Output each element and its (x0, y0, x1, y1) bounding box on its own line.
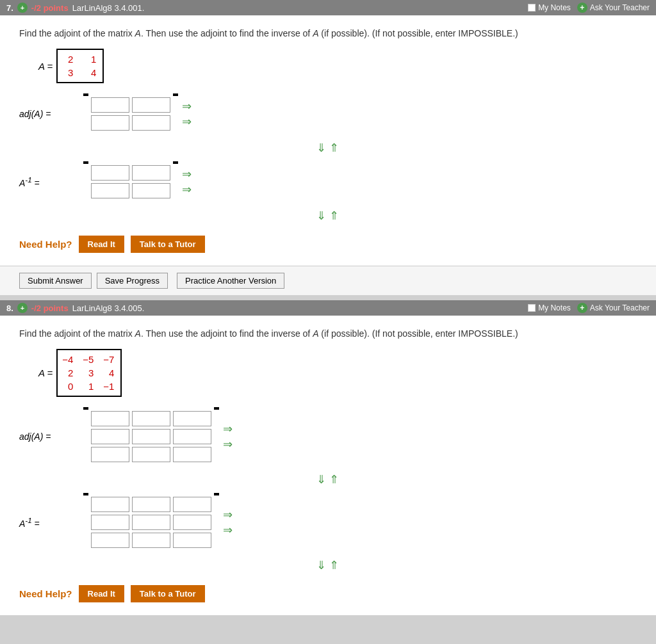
problem-text-8: Find the adjoint of the matrix A. Then u… (19, 328, 637, 339)
adj-input-11-7[interactable] (132, 115, 170, 131)
points-badge: + (17, 3, 28, 13)
adj-bracket-right-8 (214, 407, 219, 410)
adj-label-7: adj(A) = (19, 109, 77, 119)
practice-button-7[interactable]: Practice Another Version (177, 273, 284, 289)
read-it-button-8[interactable]: Read It (79, 585, 124, 602)
question-8: 8. + -/2 points LarLinAlg8 3.4.005. My N… (0, 300, 656, 615)
inv-label-8: A-1 = (19, 516, 77, 529)
adj-input-01-7[interactable] (132, 97, 170, 113)
inv-row-1-7 (91, 183, 170, 198)
points-badge-8: + (17, 303, 28, 313)
adj-input-22-8[interactable] (173, 447, 211, 462)
inv-input-22-8[interactable] (173, 533, 211, 548)
m12-8: 4 (101, 367, 114, 378)
points-text-8: -/2 points (31, 303, 69, 313)
ask-teacher-button[interactable]: + Ask Your Teacher (577, 3, 650, 13)
adj-input-grid-8 (88, 407, 214, 466)
inv-arrows-7: ⇒ ⇒ (182, 168, 192, 195)
question-7-header: 7. + -/2 points LarLinAlg8 3.4.001. My N… (0, 0, 656, 15)
adj-bracket-left-7 (83, 93, 88, 96)
inv-input-10-8[interactable] (91, 515, 129, 530)
inv-row-0-7 (91, 165, 170, 181)
inv-section-7: A-1 = ⇒ ⇒ (19, 161, 637, 202)
inv-input-11-8[interactable] (132, 515, 170, 530)
adj-input-20-8[interactable] (91, 447, 129, 462)
adj-updown-8: ⇓ ⇑ (19, 472, 637, 487)
matrix-a-combined-8: −4 −5 −7 2 3 4 0 1 −1 (56, 349, 122, 397)
adj-arrow-right-2-7[interactable]: ⇒ (182, 116, 192, 127)
m21-8: 1 (81, 381, 94, 392)
adj-input-01-8[interactable] (132, 411, 170, 426)
inv-input-11-7[interactable] (132, 183, 170, 198)
talk-tutor-button-8[interactable]: Talk to a Tutor (131, 585, 205, 602)
adj-input-wrap-8: ⇒ ⇒ (83, 407, 233, 466)
inv-label-7: A-1 = (19, 175, 77, 188)
question-7-body: Find the adjoint of the matrix A. Then u… (0, 15, 656, 266)
inv-arrow-right-1-7[interactable]: ⇒ (182, 168, 192, 180)
header-left: 7. + -/2 points LarLinAlg8 3.4.001. (6, 3, 144, 13)
adj-row-0-8 (91, 411, 211, 426)
plus-icon: + (577, 3, 587, 13)
inv-input-02-8[interactable] (173, 497, 211, 512)
read-it-button-7[interactable]: Read It (79, 236, 124, 253)
need-help-7: Need Help? Read It Talk to a Tutor (19, 236, 637, 253)
inv-arrow-right-2-7[interactable]: ⇒ (182, 184, 192, 195)
inv-input-00-8[interactable] (91, 497, 129, 512)
adj-input-21-8[interactable] (132, 447, 170, 462)
inv-input-10-7[interactable] (91, 183, 129, 198)
adj-input-10-8[interactable] (91, 429, 129, 444)
adj-row-1-8 (91, 429, 211, 444)
points-text: -/2 points (31, 3, 69, 13)
adj-arrow-right-1-8[interactable]: ⇒ (223, 423, 233, 435)
plus-icon-8: + (577, 303, 587, 313)
inv-input-21-8[interactable] (132, 533, 170, 548)
adj-input-10-7[interactable] (91, 115, 129, 131)
need-help-label-7: Need Help? (19, 239, 72, 250)
adj-input-00-7[interactable] (91, 97, 129, 113)
adj-arrow-right-1-7[interactable]: ⇒ (182, 101, 192, 112)
notes-checkbox-8[interactable] (528, 304, 536, 312)
adj-input-grid-7 (88, 93, 173, 134)
notes-checkbox[interactable] (528, 4, 536, 12)
my-notes-button-8[interactable]: My Notes (528, 303, 571, 312)
header-right-8: My Notes + Ask Your Teacher (528, 303, 650, 313)
inv-input-20-8[interactable] (91, 533, 129, 548)
ask-teacher-button-8[interactable]: + Ask Your Teacher (577, 303, 650, 313)
adj-input-02-8[interactable] (173, 411, 211, 426)
adj-arrows-7: ⇒ ⇒ (182, 101, 192, 127)
adj-section-7: adj(A) = ⇒ ⇒ (19, 93, 637, 134)
need-help-8: Need Help? Read It Talk to a Tutor (19, 585, 637, 602)
problem-text-7: Find the adjoint of the matrix A. Then u… (19, 28, 637, 38)
inv-input-01-8[interactable] (132, 497, 170, 512)
inv-arrow-right-1-8[interactable]: ⇒ (223, 509, 233, 520)
inv-row-1-8 (91, 515, 211, 530)
adj-arrow-right-2-8[interactable]: ⇒ (223, 439, 233, 450)
m22-8: −1 (101, 381, 114, 392)
inv-arrows-8: ⇒ ⇒ (223, 509, 233, 536)
adj-updown-7: ⇓ ⇑ (19, 141, 637, 155)
inv-input-12-8[interactable] (173, 515, 211, 530)
matrix-a-display-8: A = −4 −5 −7 2 3 4 0 1 (38, 349, 637, 397)
my-notes-button[interactable]: My Notes (528, 3, 571, 12)
adj-input-12-8[interactable] (173, 429, 211, 444)
adj-input-11-8[interactable] (132, 429, 170, 444)
my-notes-label-8: My Notes (538, 303, 571, 312)
save-button-7[interactable]: Save Progress (97, 273, 168, 289)
question-number: 7. (6, 3, 13, 13)
inv-section-8: A-1 = (19, 493, 637, 552)
inv-input-00-7[interactable] (91, 165, 129, 181)
inv-input-wrap-8: ⇒ ⇒ (83, 493, 233, 552)
inv-input-01-7[interactable] (132, 165, 170, 181)
inv-bracket-right-8 (214, 493, 219, 495)
adj-bracket-left-8 (83, 407, 88, 410)
submit-button-7[interactable]: Submit Answer (19, 273, 92, 289)
matrix-val-11-7: 4 (83, 67, 96, 78)
talk-tutor-button-7[interactable]: Talk to a Tutor (131, 236, 205, 253)
inv-bracket-right-7 (173, 161, 178, 164)
adj-input-00-8[interactable] (91, 411, 129, 426)
m10-8: 2 (60, 367, 73, 378)
m00-8: −4 (60, 354, 73, 365)
inv-arrow-right-2-8[interactable]: ⇒ (223, 524, 233, 536)
matrix-val-01-7: 1 (83, 54, 96, 65)
m11-8: 3 (81, 367, 94, 378)
